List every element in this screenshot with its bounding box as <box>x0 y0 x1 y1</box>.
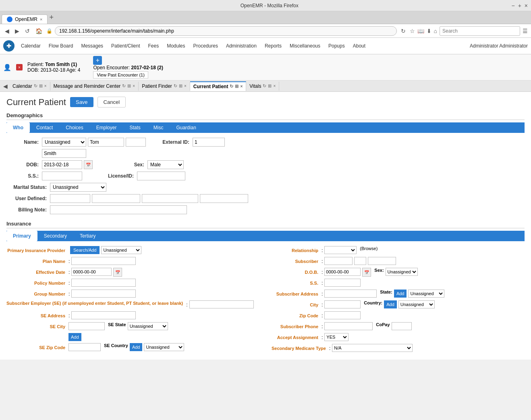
nav-procedures[interactable]: Procedures <box>189 41 222 50</box>
subscriber-employer-input[interactable] <box>189 300 254 308</box>
subscriber-middle-input[interactable] <box>354 257 366 265</box>
relationship-select[interactable] <box>324 246 357 254</box>
tab-patient-finder-close[interactable]: × <box>184 84 187 88</box>
bookmark-icon[interactable]: ☆ <box>410 28 415 34</box>
nav-miscellaneous[interactable]: Miscellaneous <box>286 41 324 50</box>
tab-prev-button[interactable]: ◀ <box>2 83 9 89</box>
effective-date-input[interactable] <box>71 268 112 276</box>
tab-message-close[interactable]: × <box>133 84 135 88</box>
license-input[interactable] <box>137 172 185 180</box>
view-past-encounter-button[interactable]: View Past Encounter (1) <box>93 71 148 79</box>
tab-calendar-link-icon[interactable]: ⊞ <box>39 83 43 89</box>
tab-guardian[interactable]: Guardian <box>170 122 202 133</box>
minimize-button[interactable]: − <box>511 2 514 9</box>
se-country-add-button[interactable]: Add <box>130 343 143 351</box>
nav-fees[interactable]: Fees <box>144 41 163 50</box>
subscriber-sex-select[interactable]: Unassigned <box>386 268 418 276</box>
home-nav-icon[interactable]: ⌂ <box>434 28 437 34</box>
first-name-input[interactable] <box>88 138 124 147</box>
accept-assignment-select[interactable]: YES <box>324 333 348 341</box>
browser-tab-close[interactable]: × <box>40 17 42 22</box>
tab-patient-finder[interactable]: Patient Finder ↻ ⊞ × <box>139 82 190 91</box>
provider-select[interactable]: Unassigned <box>101 246 141 254</box>
forward-button[interactable]: ▶ <box>13 27 21 35</box>
plan-name-input[interactable] <box>71 257 136 265</box>
external-id-input[interactable] <box>193 138 225 147</box>
reading-icon[interactable]: 📖 <box>417 28 424 34</box>
back-button[interactable]: ◀ <box>3 27 11 35</box>
tab-employer[interactable]: Employer <box>90 122 123 133</box>
se-zip-input[interactable] <box>68 343 101 351</box>
dob-calendar-button[interactable]: 📅 <box>84 160 93 169</box>
user-defined-4-input[interactable] <box>200 194 248 203</box>
tab-current-patient-close[interactable]: × <box>240 84 243 89</box>
add-encounter-button[interactable]: + <box>93 56 102 65</box>
nav-reports[interactable]: Reports <box>261 41 286 50</box>
tab-vitals[interactable]: Vitals ↻ ⊞ × <box>246 82 279 91</box>
user-defined-2-input[interactable] <box>92 194 140 203</box>
tab-tertiary[interactable]: Tertiary <box>73 231 102 241</box>
se-address-input[interactable] <box>71 311 136 319</box>
home-button[interactable]: 🏠 <box>34 27 44 35</box>
browser-tab-openemr[interactable]: OpenEMR × <box>2 14 48 24</box>
state-add-button[interactable]: Add <box>394 290 407 298</box>
reload-icon[interactable]: ↻ <box>399 27 407 35</box>
se-state-select[interactable]: Unassigned <box>128 322 168 330</box>
new-tab-button[interactable]: + <box>49 13 54 22</box>
nav-popups[interactable]: Popups <box>324 41 349 50</box>
patient-close-button[interactable]: × <box>16 64 23 70</box>
tab-current-patient-refresh-icon[interactable]: ↻ <box>230 84 233 89</box>
effective-date-calendar-button[interactable]: 📅 <box>113 268 122 277</box>
tab-patient-finder-refresh-icon[interactable]: ↻ <box>174 83 177 89</box>
subscriber-address-input[interactable] <box>324 290 377 298</box>
tab-vitals-close[interactable]: × <box>273 84 276 88</box>
tab-message-center[interactable]: Message and Reminder Center ↻ ⊞ × <box>50 82 139 91</box>
tab-calendar-refresh-icon[interactable]: ↻ <box>34 83 37 89</box>
address-input[interactable] <box>55 26 397 36</box>
group-number-input[interactable] <box>71 290 136 298</box>
se-state-add-button[interactable]: Add <box>68 333 81 341</box>
country-select[interactable]: Unassigned <box>398 300 435 308</box>
city-input[interactable] <box>324 300 361 308</box>
state-select[interactable]: Unassigned <box>408 290 444 298</box>
policy-number-input[interactable] <box>71 279 136 287</box>
tab-message-link-icon[interactable]: ⊞ <box>127 83 131 89</box>
zip-input[interactable] <box>324 311 361 319</box>
tab-patient-finder-link-icon[interactable]: ⊞ <box>179 83 183 89</box>
nav-administration[interactable]: Administration <box>222 41 261 50</box>
pocket-icon[interactable]: ⬇ <box>427 28 431 34</box>
se-country-select[interactable]: Unassigned <box>144 343 184 351</box>
subscriber-last-input[interactable] <box>368 257 396 265</box>
tab-calendar-close[interactable]: × <box>44 84 47 88</box>
nav-modules[interactable]: Modules <box>163 41 189 50</box>
user-defined-3-input[interactable] <box>142 194 198 203</box>
name-prefix-select[interactable]: Unassigned <box>42 138 86 147</box>
browser-window-controls[interactable]: − + × <box>511 2 528 9</box>
tab-vitals-link-icon[interactable]: ⊞ <box>268 83 272 89</box>
secondary-medicare-select[interactable]: N/A <box>332 344 413 352</box>
browser-search-input[interactable] <box>440 26 520 36</box>
menu-icon[interactable]: ☰ <box>523 28 528 34</box>
se-city-input[interactable] <box>68 322 105 330</box>
nav-calendar[interactable]: Calendar <box>17 41 45 50</box>
subscriber-dob-calendar-button[interactable]: 📅 <box>362 268 371 277</box>
save-button[interactable]: Save <box>70 97 93 107</box>
ss-input[interactable] <box>42 172 82 180</box>
sex-select[interactable]: Male <box>147 160 184 169</box>
tab-current-patient-link-icon[interactable]: ⊞ <box>235 84 239 89</box>
tab-calendar[interactable]: Calendar ↻ ⊞ × <box>9 82 50 91</box>
cancel-button[interactable]: Cancel <box>97 97 126 108</box>
window-close-button[interactable]: × <box>525 2 528 9</box>
tab-primary[interactable]: Primary <box>6 231 37 241</box>
search-add-button[interactable]: Search/Add <box>70 246 100 254</box>
subscriber-dob-input[interactable] <box>324 268 361 276</box>
last-name-input[interactable] <box>42 149 86 158</box>
tab-stats[interactable]: Stats <box>123 122 147 133</box>
nav-patient-client[interactable]: Patient/Client <box>107 41 144 50</box>
tab-secondary[interactable]: Secondary <box>37 231 73 241</box>
country-add-button[interactable]: Add <box>384 300 397 308</box>
tab-message-refresh-icon[interactable]: ↻ <box>122 83 126 89</box>
subscriber-ss-input[interactable] <box>324 279 361 287</box>
user-defined-1-input[interactable] <box>50 194 90 203</box>
middle-name-input[interactable] <box>126 138 146 147</box>
